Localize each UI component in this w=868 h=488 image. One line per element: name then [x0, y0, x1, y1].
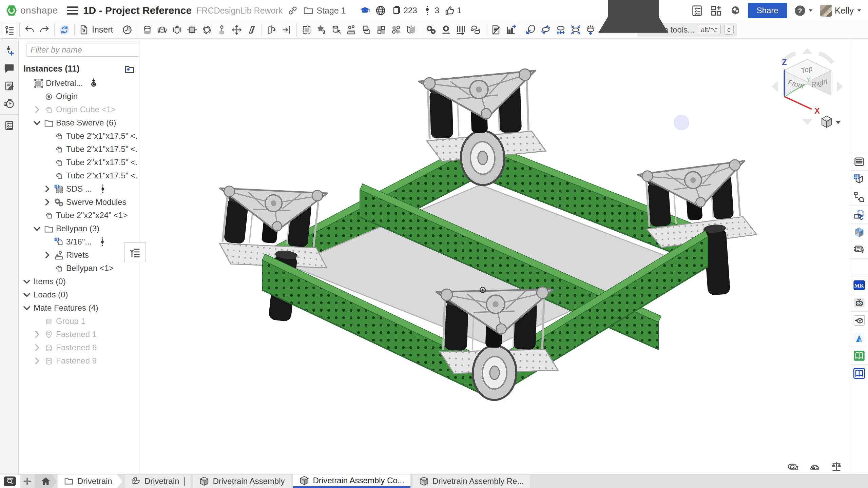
tree-item[interactable]: Tube 2"x1"x17.5" <...	[19, 142, 139, 156]
copies-count[interactable]: 223	[391, 5, 417, 16]
tree-item[interactable]: Base Swerve (6)	[19, 116, 139, 129]
format-panel-button[interactable]	[850, 153, 868, 170]
rotate-down-arrow[interactable]	[802, 119, 813, 125]
bill-of-materials-button[interactable]	[503, 22, 518, 37]
mate-connector-dots-icon[interactable]	[97, 184, 108, 194]
tree-item[interactable]: Swerve Modules	[19, 195, 139, 209]
rotate-up-arrow[interactable]	[802, 48, 813, 54]
redo-button[interactable]	[37, 22, 52, 37]
tree-item[interactable]: Fastened 6	[19, 341, 139, 354]
tree-item[interactable]: Rivets	[19, 248, 139, 261]
collapse-explode-button[interactable]	[568, 22, 583, 37]
document-tab[interactable]: Drivetrain	[58, 474, 122, 488]
chevron-down-icon[interactable]	[32, 224, 42, 233]
configurations-button[interactable]	[850, 170, 868, 188]
public-globe-icon[interactable]	[375, 5, 386, 16]
chevron-right-icon[interactable]	[42, 197, 52, 207]
followers-count[interactable]: 3	[422, 5, 439, 16]
learning-center-icon[interactable]	[360, 5, 370, 16]
mate-connector-dots-icon[interactable]	[97, 237, 108, 247]
tree-item[interactable]: Items (0)	[19, 275, 139, 288]
move-to-position-button[interactable]	[279, 22, 294, 37]
mkcad-app-button[interactable]: MK	[850, 276, 868, 294]
belt-relation-button[interactable]	[468, 22, 483, 37]
tree-item[interactable]: Bellypan (3)	[19, 222, 139, 235]
cylindrical-mate-button[interactable]	[229, 22, 244, 37]
chevron-down-icon[interactable]	[32, 118, 42, 128]
user-menu[interactable]: Kelly	[820, 5, 862, 17]
peak-app-button[interactable]	[850, 329, 868, 347]
measure-path-button[interactable]	[523, 22, 538, 37]
new-tab-button[interactable]	[20, 474, 35, 488]
link-icon[interactable]	[287, 5, 298, 16]
mate-connector-add-button[interactable]	[2, 42, 17, 59]
add-folder-icon[interactable]	[123, 63, 135, 74]
undo-button[interactable]	[22, 22, 37, 37]
linear-pattern-button[interactable]	[374, 22, 389, 37]
tree-item[interactable]: Group 1	[19, 314, 139, 328]
help-menu[interactable]: ?	[794, 5, 813, 17]
slider-mate-button[interactable]	[170, 22, 185, 37]
export-app-button[interactable]	[850, 311, 868, 329]
tasks-icon[interactable]	[691, 4, 703, 17]
history-button[interactable]	[2, 95, 17, 112]
tree-item[interactable]: Origin	[19, 90, 139, 103]
menu-icon[interactable]	[67, 6, 78, 15]
tree-item[interactable]: Fastened 9	[19, 354, 139, 367]
rotate-right-arrow[interactable]	[837, 81, 843, 92]
chevron-right-icon[interactable]	[32, 330, 42, 339]
tree-item[interactable]: Drivetrai...	[19, 76, 139, 90]
workspace-selector[interactable]: Stage 1	[303, 5, 346, 16]
mass-properties-icon[interactable]	[831, 461, 842, 472]
ai-advisor-icon[interactable]	[729, 4, 741, 17]
ball-mate-button[interactable]	[199, 22, 214, 37]
release-notes-button[interactable]	[2, 77, 17, 95]
insert-copy-in-place-button[interactable]	[359, 22, 374, 37]
home-tab-button[interactable]	[35, 474, 57, 488]
tree-item[interactable]: 3/16"...	[19, 235, 139, 248]
chevron-right-icon[interactable]	[42, 184, 52, 194]
pin-slot-mate-button[interactable]	[214, 22, 229, 37]
view-cube[interactable]: Top Front Right Z X Y	[768, 44, 846, 129]
named-positions-button[interactable]	[120, 22, 135, 37]
derived-features-button[interactable]	[850, 188, 868, 206]
follow-mode-button[interactable]	[314, 22, 329, 37]
fixed-anchor-icon[interactable]	[88, 78, 99, 88]
tree-item[interactable]: SDS ...	[19, 182, 139, 195]
likes-count[interactable]: 1	[444, 5, 461, 16]
feature-list-flyout-button[interactable]	[124, 242, 146, 262]
assembly-3d-scene[interactable]	[139, 39, 850, 474]
app-switcher-icon[interactable]	[710, 4, 722, 17]
chevron-down-icon[interactable]	[22, 290, 32, 299]
hide-mates-button[interactable]	[488, 22, 503, 37]
mirror-button[interactable]	[404, 22, 419, 37]
assembly-tree-toggle-button[interactable]	[2, 22, 17, 39]
onshape-logo[interactable]: onshape	[5, 4, 58, 17]
share-button[interactable]: Share	[748, 3, 787, 18]
tree-item[interactable]: Tube 2"x1"x17.5" <...	[19, 156, 139, 169]
chevron-down-icon[interactable]	[22, 277, 32, 286]
app-store-button[interactable]	[850, 223, 868, 241]
rotate-left-arrow[interactable]	[772, 81, 778, 92]
tree-item[interactable]: Fastened 1	[19, 328, 139, 341]
screw-relation-button[interactable]	[454, 22, 468, 37]
green-library-app-button[interactable]	[850, 347, 868, 364]
roll-cw-arrow[interactable]	[819, 53, 833, 63]
comments-button[interactable]	[2, 59, 17, 77]
blue-library-app-button[interactable]	[850, 364, 868, 382]
planar-mate-button[interactable]	[185, 22, 199, 37]
gear-relation-button[interactable]	[424, 22, 439, 37]
search-document-button[interactable]	[4, 476, 16, 486]
sheet-overlay-button[interactable]	[850, 206, 868, 223]
transform-button[interactable]	[264, 22, 279, 37]
3d-viewport[interactable]: Top Front Right Z X Y	[139, 39, 850, 474]
explode-button[interactable]	[553, 22, 568, 37]
chevron-down-icon[interactable]	[22, 303, 32, 313]
tree-item[interactable]: Loads (0)	[19, 288, 139, 301]
tree-item[interactable]: Tube 2"x1"x17.5" <...	[19, 169, 139, 182]
chevron-right-icon[interactable]	[32, 343, 42, 352]
filter-input[interactable]	[26, 43, 139, 57]
rack-and-pinion-relation-button[interactable]	[439, 22, 454, 37]
featurescript-button[interactable]: x	[850, 241, 868, 258]
document-tab[interactable]: Drivetrain Assembly Co...	[293, 474, 410, 488]
